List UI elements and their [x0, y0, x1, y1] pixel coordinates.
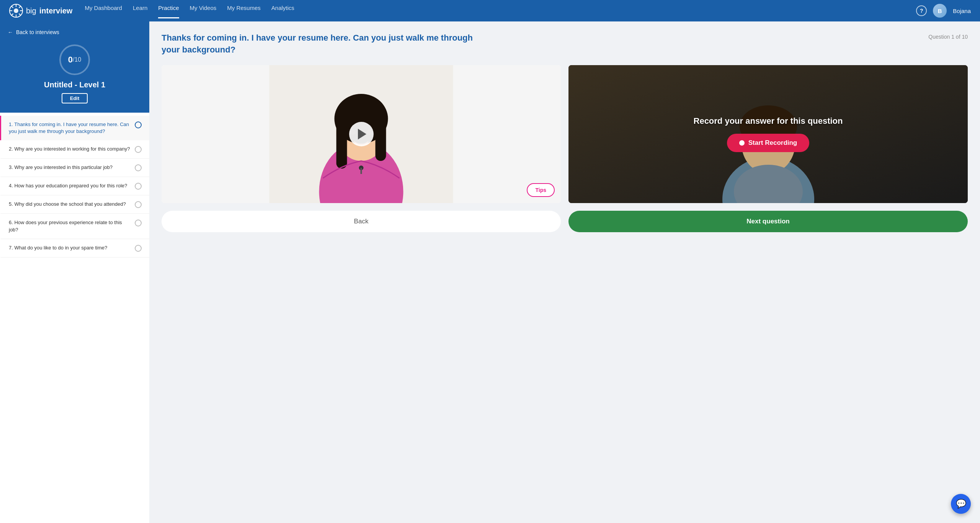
question-radio-5 — [135, 201, 142, 208]
svg-line-6 — [11, 6, 13, 8]
question-item-1[interactable]: 1. Thanks for coming in. I have your res… — [0, 116, 149, 140]
back-label: Back to interviews — [16, 29, 59, 35]
help-button[interactable]: ? — [916, 5, 927, 16]
webcam-panel: Record your answer for this question Sta… — [568, 65, 968, 203]
start-recording-button[interactable]: Start Recording — [727, 134, 810, 152]
sidebar: ← Back to interviews 0/10 Untitled - Lev… — [0, 21, 149, 523]
question-item-7[interactable]: 7. What do you like to do in your spare … — [0, 239, 149, 257]
video-panels: Tips — [162, 65, 968, 203]
question-item-6[interactable]: 6. How does your previous experience rel… — [0, 214, 149, 239]
question-text-6: 6. How does your previous experience rel… — [9, 219, 130, 233]
nav-analytics[interactable]: Analytics — [271, 3, 294, 18]
edit-button[interactable]: Edit — [62, 93, 88, 103]
logo-text-interview: interview — [39, 7, 73, 15]
bottom-actions: Back Next question — [162, 211, 968, 232]
avatar[interactable]: B — [933, 4, 947, 18]
next-question-button[interactable]: Next question — [568, 211, 968, 232]
question-text-5: 5. Why did you choose the school that yo… — [9, 201, 130, 208]
svg-rect-16 — [376, 119, 386, 161]
question-radio-3 — [135, 164, 142, 171]
question-text-7: 7. What do you like to do in your spare … — [9, 244, 130, 251]
back-button[interactable]: Back — [162, 211, 561, 232]
question-text-1: 1. Thanks for coming in. I have your res… — [9, 121, 130, 135]
page-layout: ← Back to interviews 0/10 Untitled - Lev… — [0, 21, 980, 523]
svg-line-8 — [19, 6, 21, 8]
user-name: Bojana — [953, 8, 971, 14]
interviewer-video-panel: Tips — [162, 65, 561, 203]
question-radio-1 — [135, 121, 142, 128]
question-text-2: 2. Why are you interested in working for… — [9, 146, 130, 152]
question-header: Thanks for coming in. I have your resume… — [162, 32, 968, 56]
start-recording-label: Start Recording — [748, 139, 797, 147]
back-arrow-icon: ← — [8, 29, 13, 35]
logo-text-big: big — [26, 7, 36, 15]
question-radio-7 — [135, 245, 142, 252]
progress-circle: 0/10 — [59, 44, 90, 75]
question-text-3: 3. Why are you interested in this partic… — [9, 164, 130, 171]
back-to-interviews[interactable]: ← Back to interviews — [0, 21, 149, 38]
play-icon — [358, 129, 366, 139]
svg-rect-20 — [361, 168, 362, 174]
main-content: Thanks for coming in. I have your resume… — [149, 21, 980, 523]
progress-denom: /10 — [73, 56, 81, 63]
navbar: biginterview My Dashboard Learn Practice… — [0, 0, 980, 21]
svg-rect-15 — [336, 119, 347, 169]
nav-links: My Dashboard Learn Practice My Videos My… — [85, 3, 904, 18]
chat-bubble[interactable]: 💬 — [951, 494, 971, 514]
sidebar-progress: 0/10 Untitled - Level 1 Edit — [0, 38, 149, 113]
question-radio-2 — [135, 146, 142, 153]
play-button[interactable] — [349, 122, 374, 146]
question-radio-4 — [135, 183, 142, 190]
logo-icon — [9, 4, 23, 18]
avatar-initial: B — [933, 4, 947, 18]
record-answer-text: Record your answer for this question — [694, 116, 843, 126]
nav-right: ? B Bojana — [916, 4, 971, 18]
svg-point-1 — [14, 8, 18, 13]
question-text-4: 4. How has your education prepared you f… — [9, 182, 130, 189]
question-item-2[interactable]: 2. Why are you interested in working for… — [0, 140, 149, 159]
questions-list: 1. Thanks for coming in. I have your res… — [0, 113, 149, 523]
recording-dot-icon — [739, 140, 745, 146]
question-radio-6 — [135, 220, 142, 226]
svg-line-7 — [19, 14, 21, 16]
question-title: Thanks for coming in. I have your resume… — [162, 32, 475, 56]
question-item-3[interactable]: 3. Why are you interested in this partic… — [0, 159, 149, 177]
nav-my-videos[interactable]: My Videos — [190, 3, 217, 18]
app-logo[interactable]: biginterview — [9, 4, 72, 18]
tips-button[interactable]: Tips — [527, 183, 555, 197]
nav-dashboard[interactable]: My Dashboard — [85, 3, 122, 18]
svg-line-9 — [11, 14, 13, 16]
question-counter: Question 1 of 10 — [928, 32, 968, 40]
progress-value: 0 — [68, 55, 73, 65]
nav-practice[interactable]: Practice — [158, 3, 179, 18]
chat-icon: 💬 — [956, 499, 966, 509]
question-item-5[interactable]: 5. Why did you choose the school that yo… — [0, 195, 149, 214]
nav-learn[interactable]: Learn — [133, 3, 147, 18]
nav-my-resumes[interactable]: My Resumes — [227, 3, 261, 18]
interview-title: Untitled - Level 1 — [44, 80, 105, 89]
question-item-4[interactable]: 4. How has your education prepared you f… — [0, 177, 149, 195]
